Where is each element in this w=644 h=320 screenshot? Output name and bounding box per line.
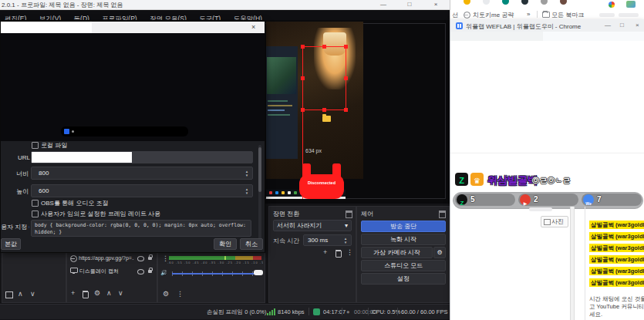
custom-fps-checkbox[interactable]: [32, 211, 39, 217]
source-move-down-button[interactable]: ∨: [118, 289, 123, 297]
transform-handle[interactable]: [322, 108, 326, 112]
dropped-frames: 손실된 프레임 0 (0.0%): [207, 308, 267, 316]
display-capture-icon: [70, 268, 78, 273]
faded-text-placeholder: [599, 13, 615, 17]
source-lock-icon[interactable]: [148, 270, 152, 273]
chrome-background-window: 선 치토키me 공략 » 모든 북마크: [450, 0, 644, 19]
source-label: 디스플레이 캡처: [79, 266, 135, 276]
width-input[interactable]: 800 ▴▾: [31, 167, 253, 180]
weflab-count: 7: [597, 195, 602, 204]
chat-username[interactable]: 삼빌골벅 (war3goldbug): [589, 255, 644, 264]
chrome-popup-window: 위플랩 WEFLAB | 위플랩도우미 - Chrome — □ × Z ♛ 위…: [450, 19, 644, 320]
custom-css-textarea[interactable]: body { background-color: rgba(0, 0, 0, 0…: [31, 220, 251, 237]
add-source-button[interactable]: +: [71, 289, 75, 297]
transition-select[interactable]: 서서히 사라지기 ▾: [273, 220, 352, 231]
duration-spinbox[interactable]: 300 ms ▴▾: [303, 234, 352, 246]
extension-icon[interactable]: [521, 0, 528, 5]
obs-titlebar[interactable]: 2.0.1 - 프로파일: 제목 없음 - 장면: 제목 없음 — □ ×: [0, 0, 450, 10]
source-lock-icon[interactable]: [148, 257, 152, 260]
virtual-camera-settings-button[interactable]: ⚙: [433, 247, 446, 258]
source-move-up-button[interactable]: ∧: [106, 289, 112, 297]
source-properties-button[interactable]: ⚙: [94, 289, 100, 297]
url-input[interactable]: [31, 151, 253, 163]
studio-mode-button[interactable]: 스튜디오 모드: [361, 260, 446, 271]
dialog-titlebar[interactable]: ×: [1, 22, 265, 33]
start-virtual-camera-button[interactable]: 가상 카메라 시작: [361, 247, 433, 258]
custom-css-label: 용자 지정 CSS: [1, 223, 29, 231]
photo-button[interactable]: 사진: [541, 216, 568, 227]
avatar[interactable]: [560, 0, 567, 5]
scenes-panel-icon[interactable]: [5, 291, 13, 298]
local-file-checkbox[interactable]: [32, 142, 39, 149]
chat-username[interactable]: 삼빌골벅 (war3goldbug): [589, 232, 644, 241]
obs-maximize-button[interactable]: □: [401, 0, 418, 8]
cancel-button[interactable]: 취소: [240, 238, 263, 250]
transition-menu-button[interactable]: ⋮: [346, 248, 353, 256]
obs-minimize-button[interactable]: —: [375, 0, 392, 8]
speaker-icon: 🔊: [160, 270, 167, 276]
transform-handle[interactable]: [344, 76, 348, 80]
browser-source-icon: [70, 255, 77, 262]
height-input[interactable]: 600 ▴▾: [31, 184, 253, 197]
browser-source-properties-dialog: × 로컬 파일 URL 너비 800 ▴▾ 높이 600 ▴▾ OBS를 통해 …: [0, 21, 265, 253]
obs-close-button[interactable]: ×: [427, 0, 444, 8]
source-visibility-icon[interactable]: [137, 269, 144, 275]
source-visibility-icon[interactable]: [137, 256, 144, 261]
chat-username[interactable]: 삼빌골벅 (war3goldbug): [589, 221, 644, 229]
bookmark-fragment[interactable]: 선: [452, 11, 458, 19]
control-audio-checkbox[interactable]: [32, 200, 39, 207]
ok-button[interactable]: 확인: [214, 238, 237, 250]
bookmark-item[interactable]: 치토키me 공략: [473, 11, 514, 19]
chat-username[interactable]: 삼빌골벅 (war3goldbug): [589, 267, 644, 275]
dock-popout-icon[interactable]: [439, 211, 446, 218]
gamepad-status-text: Disconnected: [299, 180, 344, 185]
image-thumbnail-icon[interactable]: [626, 1, 636, 8]
popup-maximize-button[interactable]: □: [620, 22, 624, 29]
start-recording-button[interactable]: 녹화 시작: [361, 234, 446, 245]
volume-slider-track[interactable]: [172, 273, 255, 275]
source-transform-box[interactable]: [302, 46, 346, 110]
all-bookmarks-label[interactable]: 모든 북마크: [551, 11, 584, 19]
chat-username[interactable]: 삼빌골벅 (war3goldbug): [589, 278, 644, 287]
statusbar-separator: [342, 308, 342, 315]
settings-button[interactable]: 설정: [361, 273, 446, 285]
transform-handle[interactable]: [301, 76, 305, 80]
overlay-blue-dot: [64, 129, 69, 134]
controls-dock: 제어 방송 중단 녹화 시작 가상 카메라 시작 ⚙ 스튜디오 모드 설정: [356, 206, 450, 303]
transform-handle[interactable]: [322, 45, 326, 49]
transform-size-label: 634 px: [305, 148, 322, 153]
captured-app-window: [266, 46, 298, 159]
transform-handle[interactable]: [301, 45, 305, 49]
chat-welcome-line: 시간 채팅에 오신 것을 환영: [589, 295, 644, 302]
bookmarks-overflow-chevron[interactable]: »: [527, 11, 530, 18]
crown-badge-icon: ♛: [470, 173, 484, 186]
remove-source-button[interactable]: [83, 291, 89, 298]
volume-slider-handle[interactable]: [254, 270, 263, 275]
extension-icon[interactable]: [483, 0, 490, 5]
scene-move-up-button[interactable]: ∧: [18, 290, 23, 298]
add-transition-button[interactable]: +: [323, 248, 327, 256]
dialog-close-icon[interactable]: ×: [251, 23, 255, 31]
extension-icon[interactable]: [502, 0, 509, 5]
mixer-menu-button[interactable]: ⋮: [177, 290, 184, 298]
extension-icon[interactable]: [541, 0, 548, 5]
dialog-scrollbar-thumb[interactable]: [258, 147, 261, 192]
extension-icon[interactable]: [464, 0, 470, 5]
scrollbar[interactable]: [570, 207, 575, 320]
source-row-display[interactable]: 디스플레이 캡처: [69, 266, 154, 276]
defaults-button[interactable]: 본값: [1, 238, 21, 250]
remove-transition-button[interactable]: [335, 251, 342, 258]
source-row-browser[interactable]: https://app.gpv.gg/?p=…: [69, 253, 154, 263]
advanced-audio-button[interactable]: ⚙: [163, 290, 169, 298]
chat-username[interactable]: 삼빌골벅 (war3goldbug): [589, 244, 644, 252]
preview-overlay-bar: [61, 126, 188, 136]
popup-close-button[interactable]: ×: [636, 22, 639, 29]
chrome-popup-titlebar[interactable]: 위플랩 WEFLAB | 위플랩도우미 - Chrome — □ ×: [450, 19, 644, 32]
transform-handle[interactable]: [344, 108, 348, 112]
youtube-icon: ▶: [520, 194, 531, 205]
popup-minimize-button[interactable]: —: [605, 22, 611, 29]
transform-handle[interactable]: [344, 45, 348, 49]
stop-streaming-button[interactable]: 방송 중단: [361, 221, 446, 232]
dock-popout-icon[interactable]: [346, 211, 352, 218]
scene-move-down-button[interactable]: ∨: [30, 290, 35, 298]
